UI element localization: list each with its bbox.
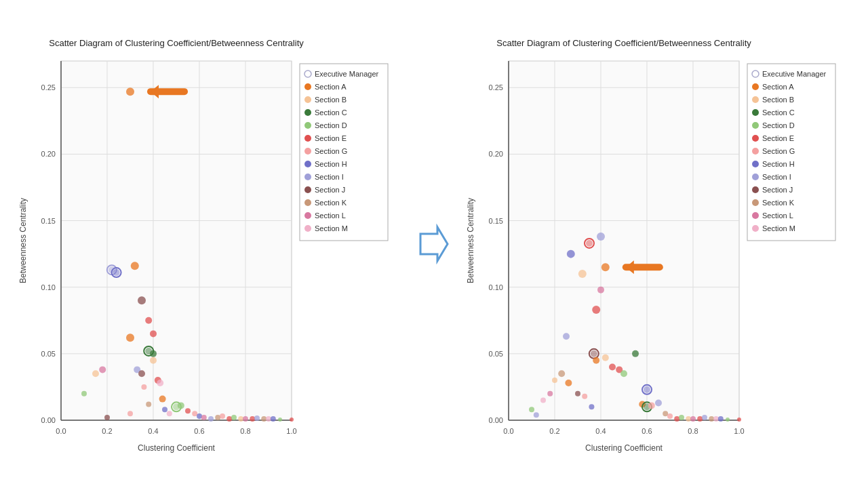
svg-point-73 <box>141 384 146 390</box>
svg-point-75 <box>162 407 167 412</box>
svg-point-50 <box>185 408 191 413</box>
svg-point-98 <box>304 174 311 180</box>
svg-text:Section D: Section D <box>762 121 795 129</box>
svg-point-45 <box>157 380 163 386</box>
svg-text:Betweenness Centrality: Betweenness Centrality <box>466 198 475 283</box>
svg-point-38 <box>145 317 152 324</box>
svg-point-42 <box>150 350 157 357</box>
svg-text:0.20: 0.20 <box>41 150 56 158</box>
svg-point-185 <box>534 412 539 418</box>
svg-text:0.6: 0.6 <box>642 427 652 435</box>
svg-text:Section J: Section J <box>315 186 345 194</box>
svg-point-88 <box>304 109 311 116</box>
svg-text:Scatter Diagram of Clustering : Scatter Diagram of Clustering Coefficien… <box>49 38 304 48</box>
svg-point-100 <box>304 186 311 193</box>
svg-point-165 <box>674 416 679 422</box>
svg-text:0.25: 0.25 <box>41 83 56 92</box>
svg-point-180 <box>565 380 572 386</box>
svg-text:0.2: 0.2 <box>549 427 559 435</box>
svg-point-145 <box>592 306 600 314</box>
svg-point-53 <box>201 415 207 420</box>
svg-text:1.0: 1.0 <box>734 427 744 435</box>
svg-point-49 <box>178 402 184 409</box>
svg-text:Section L: Section L <box>762 211 793 220</box>
svg-point-160 <box>655 399 662 406</box>
svg-point-201 <box>752 148 759 155</box>
svg-text:0.20: 0.20 <box>489 150 503 158</box>
svg-point-175 <box>737 418 741 422</box>
svg-point-56 <box>220 413 225 419</box>
chart-wrapper-0: 0.000.050.100.150.200.250.00.20.40.60.81… <box>14 27 407 461</box>
svg-point-155 <box>632 350 639 357</box>
svg-point-67 <box>290 418 294 422</box>
svg-point-33 <box>113 269 120 276</box>
svg-text:Section H: Section H <box>315 160 347 168</box>
svg-point-168 <box>690 416 696 422</box>
svg-point-203 <box>752 161 759 167</box>
svg-text:0.6: 0.6 <box>194 427 204 435</box>
svg-point-96 <box>304 161 311 167</box>
svg-text:0.10: 0.10 <box>489 283 503 291</box>
svg-point-147 <box>563 333 570 340</box>
svg-text:Section M: Section M <box>762 224 795 232</box>
svg-text:Section I: Section I <box>762 173 791 181</box>
svg-point-152 <box>609 363 616 370</box>
svg-point-179 <box>558 370 565 377</box>
svg-point-35 <box>131 262 139 270</box>
svg-text:0.8: 0.8 <box>688 427 698 435</box>
svg-point-78 <box>104 415 110 420</box>
svg-point-143 <box>578 270 587 278</box>
svg-point-182 <box>582 394 587 399</box>
svg-point-30 <box>126 87 134 96</box>
svg-point-183 <box>589 404 594 409</box>
svg-point-36 <box>138 296 146 304</box>
svg-rect-0 <box>61 61 292 420</box>
svg-text:Section G: Section G <box>315 147 347 155</box>
svg-text:Section H: Section H <box>762 160 795 168</box>
svg-text:Section I: Section I <box>315 173 344 181</box>
svg-text:Section B: Section B <box>315 96 347 104</box>
svg-text:Clustering Coefficient: Clustering Coefficient <box>585 443 663 453</box>
svg-point-159 <box>648 402 655 409</box>
svg-text:Section A: Section A <box>315 83 347 91</box>
svg-point-184 <box>529 407 534 412</box>
svg-point-51 <box>192 411 197 416</box>
svg-text:Scatter Diagram of Clustering : Scatter Diagram of Clustering Coefficien… <box>496 38 751 48</box>
svg-text:1.0: 1.0 <box>286 427 296 435</box>
svg-point-193 <box>752 96 759 103</box>
svg-text:0.15: 0.15 <box>41 217 56 225</box>
svg-point-177 <box>547 391 553 396</box>
svg-point-104 <box>304 212 311 219</box>
svg-text:Section M: Section M <box>315 224 348 232</box>
svg-text:Section B: Section B <box>762 96 794 104</box>
svg-point-174 <box>726 418 730 422</box>
svg-point-62 <box>254 415 260 421</box>
svg-point-197 <box>752 122 759 129</box>
svg-point-43 <box>150 357 157 364</box>
svg-point-84 <box>304 83 311 90</box>
svg-point-199 <box>752 135 759 142</box>
svg-text:Executive Manager: Executive Manager <box>315 70 378 78</box>
scatter-chart-0: 0.000.050.100.150.200.250.00.20.40.60.81… <box>14 27 407 461</box>
svg-point-154 <box>620 370 627 377</box>
svg-point-148 <box>591 350 597 357</box>
svg-point-46 <box>159 396 166 403</box>
svg-point-211 <box>752 212 759 219</box>
svg-point-94 <box>304 148 311 155</box>
svg-point-150 <box>593 357 599 364</box>
svg-text:0.05: 0.05 <box>489 350 503 358</box>
svg-point-77 <box>127 411 133 416</box>
svg-point-163 <box>663 411 668 416</box>
svg-point-169 <box>697 416 703 422</box>
svg-point-102 <box>304 199 311 206</box>
svg-point-66 <box>278 418 282 422</box>
svg-point-60 <box>243 416 248 422</box>
svg-text:0.00: 0.00 <box>41 416 56 424</box>
svg-text:Section K: Section K <box>315 199 347 207</box>
main-container: 0.000.050.100.150.200.250.00.20.40.60.81… <box>0 0 868 488</box>
svg-point-39 <box>150 330 157 337</box>
svg-rect-109 <box>509 61 739 420</box>
svg-text:Section C: Section C <box>762 108 795 117</box>
svg-point-191 <box>752 83 759 90</box>
svg-point-195 <box>752 109 759 116</box>
